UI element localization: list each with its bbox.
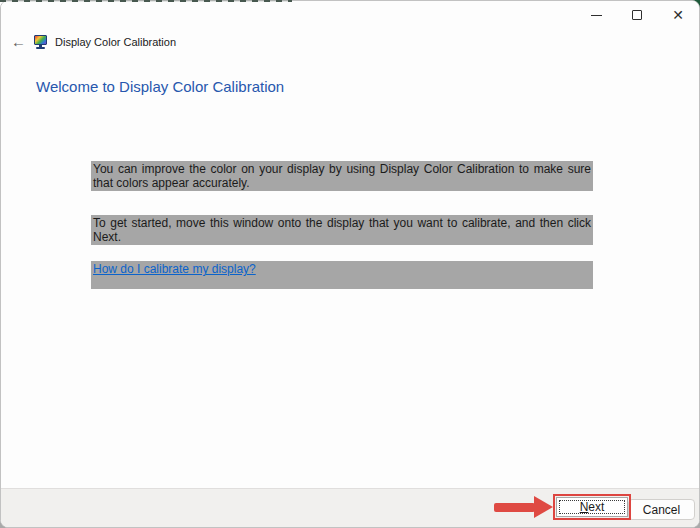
annotation-red-box: Next <box>553 494 631 520</box>
maximize-icon <box>632 10 642 20</box>
screenshot-edge-artifact <box>0 0 292 2</box>
window-title: Display Color Calibration <box>55 36 176 48</box>
cancel-button[interactable]: Cancel <box>628 499 695 520</box>
back-button[interactable]: ← <box>11 34 33 50</box>
minimize-icon <box>591 15 602 16</box>
display-color-calibration-window: ✕ ← Display Color Calibration Welcome to… <box>0 0 700 528</box>
close-icon: ✕ <box>672 8 684 22</box>
titlebar: ✕ <box>1 1 699 31</box>
close-button[interactable]: ✕ <box>672 8 684 22</box>
annotation-arrow-icon <box>534 496 553 518</box>
window-controls: ✕ <box>590 8 684 22</box>
instructions-paragraph-highlighted: To get started, move this window onto th… <box>91 215 593 245</box>
wizard-header: ← Display Color Calibration <box>11 33 176 51</box>
intro-paragraph-highlighted: You can improve the color on your displa… <box>91 161 593 191</box>
calibrate-help-link[interactable]: How do I calibrate my display? <box>93 262 256 276</box>
next-label-rest: ext <box>588 500 604 514</box>
display-calibration-icon <box>33 35 48 49</box>
maximize-button[interactable] <box>631 8 643 22</box>
annotation-arrow-tail <box>494 503 535 512</box>
page-title: Welcome to Display Color Calibration <box>36 78 284 95</box>
minimize-button[interactable] <box>590 8 602 22</box>
next-button[interactable]: Next <box>556 497 628 517</box>
help-link-highlighted-block: How do I calibrate my display? <box>91 261 593 289</box>
screenshot-stage: ✕ ← Display Color Calibration Welcome to… <box>0 0 700 528</box>
next-access-key: N <box>580 500 589 514</box>
